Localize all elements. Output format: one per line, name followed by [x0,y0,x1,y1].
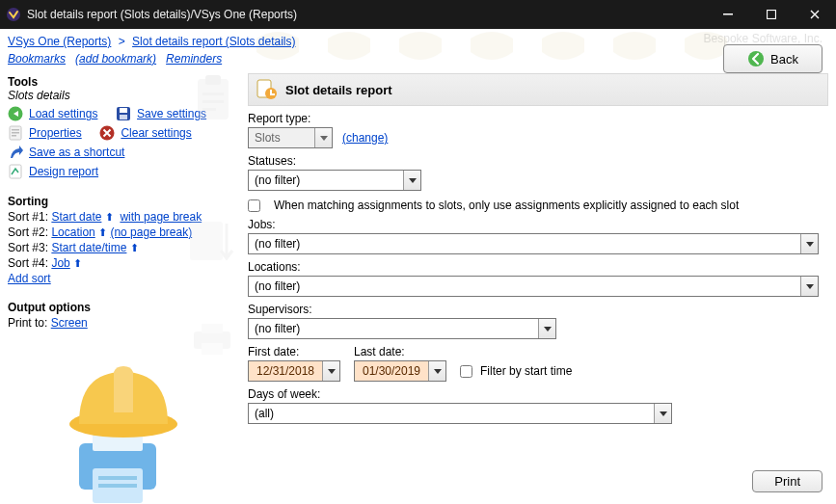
breadcrumb-root[interactable]: VSys One (Reports) [8,35,111,48]
svg-rect-4 [198,79,229,119]
reminders-link[interactable]: Reminders [166,52,222,66]
sort1-field[interactable]: Start date [51,210,101,224]
app-icon [6,7,21,22]
statuses-select[interactable]: (no filter) [248,170,421,191]
last-date-label: Last date: [354,345,446,358]
chevron-down-icon[interactable] [800,277,818,296]
svg-rect-12 [202,343,223,355]
sort3-prefix: Sort #3: [8,241,48,254]
match-assignments-checkbox[interactable] [248,199,260,212]
chevron-down-icon [314,128,332,147]
svg-rect-6 [202,93,224,95]
title-bar: Slot details report (Slots details)/VSys… [0,0,836,29]
filter-start-checkbox[interactable] [460,365,472,378]
close-button[interactable] [793,0,836,29]
report-type-label: Report type: [248,112,828,125]
svg-rect-15 [120,108,127,113]
jobs-value: (no filter) [249,237,800,251]
chevron-down-icon[interactable] [428,361,445,381]
sort2-field[interactable]: Location [51,225,94,239]
dow-value: (all) [249,407,654,420]
sorting-header: Sorting [8,195,234,208]
filter-start-label: Filter by start time [480,364,572,378]
maximize-button[interactable] [749,0,793,29]
locations-label: Locations: [248,260,828,274]
chevron-down-icon[interactable] [322,361,339,381]
svg-rect-9 [190,222,223,260]
svg-rect-7 [202,100,224,103]
breadcrumb-current[interactable]: Slot details report (Slots details) [132,35,295,48]
chevron-down-icon[interactable] [538,319,555,338]
add-bookmark-link[interactable]: (add bookmark) [75,52,156,66]
sort4-dir-icon[interactable]: ⬆ [73,257,82,269]
sort1-dir-icon[interactable]: ⬆ [105,211,114,223]
bookmarks-bar: Bookmarks (add bookmark) Reminders [8,52,828,71]
svg-rect-8 [202,108,216,111]
sorting-watermark-icon [190,218,234,264]
sort4-prefix: Sort #4: [8,256,48,270]
supervisors-select[interactable]: (no filter) [248,318,556,339]
chevron-down-icon[interactable] [654,404,671,423]
shortcut-icon [8,145,23,160]
save-icon [116,106,131,121]
supervisors-label: Supervisors: [248,303,828,316]
chevron-down-icon[interactable] [800,234,818,253]
sort1-prefix: Sort #1: [8,210,48,224]
sort2-prefix: Sort #2: [8,225,48,239]
last-date-picker[interactable]: 01/30/2019 [354,360,446,382]
statuses-value: (no filter) [249,173,403,187]
svg-point-0 [7,8,20,21]
dow-select[interactable]: (all) [248,403,672,424]
svg-point-3 [748,51,764,66]
locations-select[interactable]: (no filter) [248,276,819,297]
clipboard-watermark-icon [192,73,234,123]
report-type-value: Slots [249,131,314,145]
back-label: Back [770,52,798,66]
jobs-select[interactable]: (no filter) [248,233,819,254]
svg-rect-11 [202,324,223,333]
save-shortcut-link[interactable]: Save as a shortcut [29,146,124,159]
load-icon [8,106,23,121]
report-type-select: Slots [248,127,333,148]
hardhat-printer-icon [56,362,181,504]
sort3-dir-icon[interactable]: ⬆ [130,242,139,253]
sort4-field[interactable]: Job [51,256,69,270]
svg-rect-16 [120,115,127,119]
back-button[interactable]: Back [723,44,823,73]
svg-rect-18 [12,129,19,131]
clear-settings-link[interactable]: Clear settings [121,126,191,140]
breadcrumb-sep: > [119,35,125,48]
window-title: Slot details report (Slots details)/VSys… [27,8,706,21]
svg-rect-19 [12,132,19,134]
sort2-pagebreak[interactable]: (no page break) [110,225,192,239]
report-header-icon [255,78,278,101]
svg-rect-20 [12,135,16,137]
add-sort-link[interactable]: Add sort [8,272,51,285]
load-settings-link[interactable]: Load settings [29,107,97,120]
print-to-value[interactable]: Screen [51,316,88,330]
sort2-dir-icon[interactable]: ⬆ [98,226,107,238]
jobs-label: Jobs: [248,218,828,231]
change-type-link[interactable]: (change) [342,131,388,145]
sort3-field[interactable]: Start date/time [51,241,126,254]
clear-icon [99,125,115,141]
report-title: Slot details report [285,83,392,97]
svg-rect-27 [98,484,137,488]
design-report-link[interactable]: Design report [29,165,98,178]
back-icon [747,50,765,67]
last-date-value: 01/30/2019 [355,364,428,378]
chevron-down-icon[interactable] [403,171,420,190]
print-button[interactable]: Print [752,470,823,492]
properties-icon [8,125,23,141]
statuses-label: Statuses: [248,154,828,168]
properties-link[interactable]: Properties [29,126,82,140]
minimize-button[interactable] [706,0,749,29]
first-date-label: First date: [248,345,340,358]
bookmarks-link[interactable]: Bookmarks [8,52,66,66]
design-icon [8,164,23,179]
locations-value: (no filter) [249,279,800,293]
match-assignments-label: When matching assignments to slots, only… [274,199,739,212]
svg-rect-32 [270,93,275,95]
output-header: Output options [8,301,234,314]
first-date-picker[interactable]: 12/31/2018 [248,360,340,382]
